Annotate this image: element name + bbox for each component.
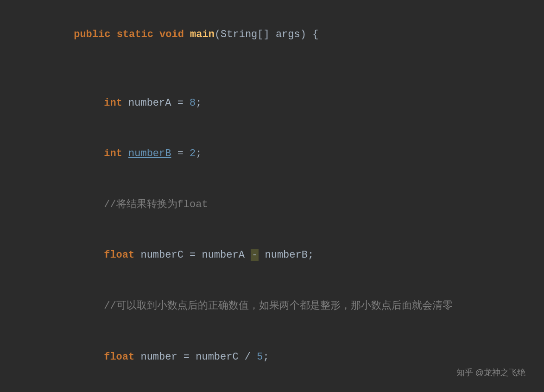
- code-line-7: //可以取到小数点后的正确数值，如果两个都是整形，那小数点后面就会清零: [0, 281, 544, 332]
- num-2: 2: [190, 148, 196, 159]
- keyword-static: static: [117, 29, 159, 40]
- code-line-6: float numberC = numberA - numberB;: [0, 230, 544, 281]
- code-line-5: //将结果转换为float: [0, 179, 544, 230]
- num-8: 8: [190, 97, 196, 109]
- code-line-3: int numberA = 8;: [0, 78, 544, 129]
- op-minus: -: [251, 249, 259, 261]
- code-parens: (String[] args) {: [215, 29, 318, 40]
- semicolon: ;: [196, 97, 202, 109]
- comment-1: //将结果转换为float: [104, 199, 208, 210]
- code-text: int numberA = 8;: [0, 79, 202, 128]
- semicolon-3: ;: [263, 351, 269, 363]
- comment-2: //可以取到小数点后的正确数值，如果两个都是整形，那小数点后面就会清零: [104, 300, 452, 312]
- var-numberB-link: numberB: [128, 148, 171, 159]
- keyword-int-1: int: [104, 97, 128, 109]
- code-line-1: public static void main(String[] args) {: [0, 9, 544, 60]
- keyword-int-2: int: [104, 148, 128, 159]
- keyword-float-1: float: [104, 249, 140, 261]
- var-numberC: numberC = numberA: [140, 249, 251, 261]
- code-line-4: int numberB = 2;: [0, 128, 544, 179]
- code-text: float number = numberC / 5;: [0, 332, 269, 381]
- code-text: public static void main(String[] args) {: [0, 10, 318, 59]
- method-main: main: [190, 29, 215, 40]
- var-number: number = numberC /: [140, 351, 257, 363]
- code-text: //可以取到小数点后的正确数值，如果两个都是整形，那小数点后面就会清零: [0, 282, 453, 331]
- keyword-void: void: [159, 29, 190, 40]
- code-line-2: [0, 60, 544, 78]
- code-editor: public static void main(String[] args) {…: [0, 0, 544, 392]
- code-rest-1: numberB;: [259, 249, 314, 261]
- keyword-float-2: float: [104, 351, 140, 363]
- code-line-9: [0, 382, 544, 392]
- code-text: int numberB = 2;: [0, 129, 202, 178]
- code-text: //将结果转换为float: [0, 180, 208, 229]
- code-text: float numberC = numberA - numberB;: [0, 231, 314, 280]
- keyword-public: public: [74, 29, 116, 40]
- var-numberA: numberA =: [128, 97, 190, 109]
- watermark: 知乎 @龙神之飞绝: [456, 367, 525, 378]
- semicolon-2: ;: [196, 148, 202, 159]
- num-5: 5: [257, 351, 263, 363]
- assign-2: =: [171, 148, 190, 159]
